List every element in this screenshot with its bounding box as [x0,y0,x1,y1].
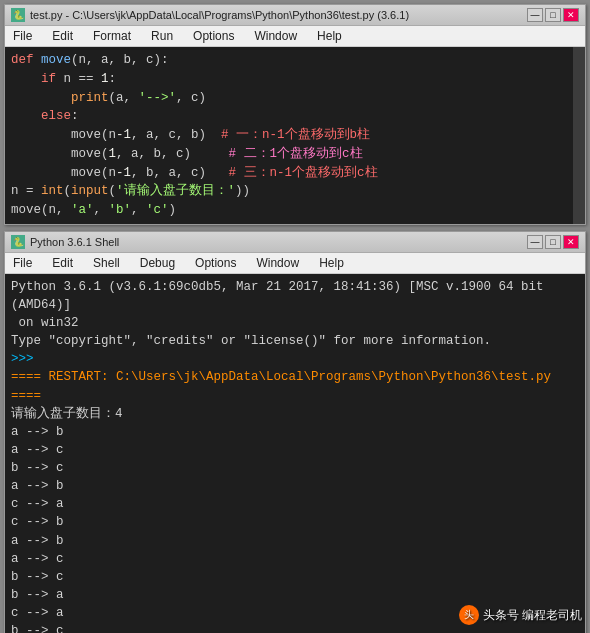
shell-menu-window[interactable]: Window [252,255,303,271]
editor-title-bar: 🐍 test.py - C:\Users\jk\AppData\Local\Pr… [5,5,585,26]
shell-restart-line: ==== RESTART: C:\Users\jk\AppData\Local\… [11,368,579,404]
shell-menu-options[interactable]: Options [191,255,240,271]
editor-window-controls: — □ ✕ [527,8,579,22]
shell-title-left: 🐍 Python 3.6.1 Shell [11,235,119,249]
code-line-7: move(n-1, b, a, c) # 三：n-1个盘移动到c柱 [11,164,579,183]
editor-menu-bar: File Edit Format Run Options Window Help [5,26,585,47]
menu-options[interactable]: Options [189,28,238,44]
code-line-8: n = int(input('请输入盘子数目：')) [11,182,579,201]
shell-line-info: Type "copyright", "credits" or "license(… [11,332,579,350]
shell-menu-file[interactable]: File [9,255,36,271]
code-line-2: if n == 1: [11,70,579,89]
menu-window[interactable]: Window [250,28,301,44]
shell-maximize-button[interactable]: □ [545,235,561,249]
menu-run[interactable]: Run [147,28,177,44]
shell-icon: 🐍 [11,235,25,249]
editor-minimize-button[interactable]: — [527,8,543,22]
shell-out-6: c --> b [11,513,579,531]
shell-menu-help[interactable]: Help [315,255,348,271]
code-line-3: print(a, '-->', c) [11,89,579,108]
shell-close-button[interactable]: ✕ [563,235,579,249]
shell-menu-debug[interactable]: Debug [136,255,179,271]
shell-output[interactable]: Python 3.6.1 (v3.6.1:69c0db5, Mar 21 201… [5,274,585,633]
code-editor[interactable]: def move(n, a, b, c): if n == 1: print(a… [5,47,585,224]
editor-icon: 🐍 [11,8,25,22]
shell-out-7: a --> b [11,532,579,550]
shell-window: 🐍 Python 3.6.1 Shell — □ ✕ File Edit She… [4,231,586,633]
code-line-4: else: [11,107,579,126]
shell-out-9: b --> c [11,568,579,586]
editor-title-text: test.py - C:\Users\jk\AppData\Local\Prog… [30,9,409,21]
shell-menu-edit[interactable]: Edit [48,255,77,271]
editor-maximize-button[interactable]: □ [545,8,561,22]
shell-out-5: c --> a [11,495,579,513]
shell-out-2: a --> c [11,441,579,459]
editor-close-button[interactable]: ✕ [563,8,579,22]
code-line-5: move(n-1, a, c, b) # 一：n-1个盘移动到b柱 [11,126,579,145]
shell-out-10: b --> a [11,586,579,604]
shell-line-version: Python 3.6.1 (v3.6.1:69c0db5, Mar 21 201… [11,278,579,314]
editor-title-left: 🐍 test.py - C:\Users\jk\AppData\Local\Pr… [11,8,409,22]
shell-out-8: a --> c [11,550,579,568]
shell-title-text: Python 3.6.1 Shell [30,236,119,248]
shell-out-4: a --> b [11,477,579,495]
code-line-9: move(n, 'a', 'b', 'c') [11,201,579,220]
menu-help[interactable]: Help [313,28,346,44]
menu-format[interactable]: Format [89,28,135,44]
shell-menu-shell[interactable]: Shell [89,255,124,271]
editor-window: 🐍 test.py - C:\Users\jk\AppData\Local\Pr… [4,4,586,225]
prompt-icon-1: >>> [11,352,34,366]
scroll-bar[interactable] [573,47,585,224]
watermark-text: 头条号 编程老司机 [483,607,582,624]
shell-minimize-button[interactable]: — [527,235,543,249]
shell-line-platform: on win32 [11,314,579,332]
shell-window-controls: — □ ✕ [527,235,579,249]
menu-edit[interactable]: Edit [48,28,77,44]
shell-input-prompt: 请输入盘子数目：4 [11,405,579,423]
watermark-icon: 头 [459,605,479,625]
shell-title-bar: 🐍 Python 3.6.1 Shell — □ ✕ [5,232,585,253]
menu-file[interactable]: File [9,28,36,44]
shell-out-3: b --> c [11,459,579,477]
shell-prompt-1: >>> [11,350,579,368]
watermark: 头 头条号 编程老司机 [459,605,582,625]
code-line-1: def move(n, a, b, c): [11,51,579,70]
code-line-6: move(1, a, b, c) # 二：1个盘移动到c柱 [11,145,579,164]
shell-out-1: a --> b [11,423,579,441]
shell-menu-bar: File Edit Shell Debug Options Window Hel… [5,253,585,274]
